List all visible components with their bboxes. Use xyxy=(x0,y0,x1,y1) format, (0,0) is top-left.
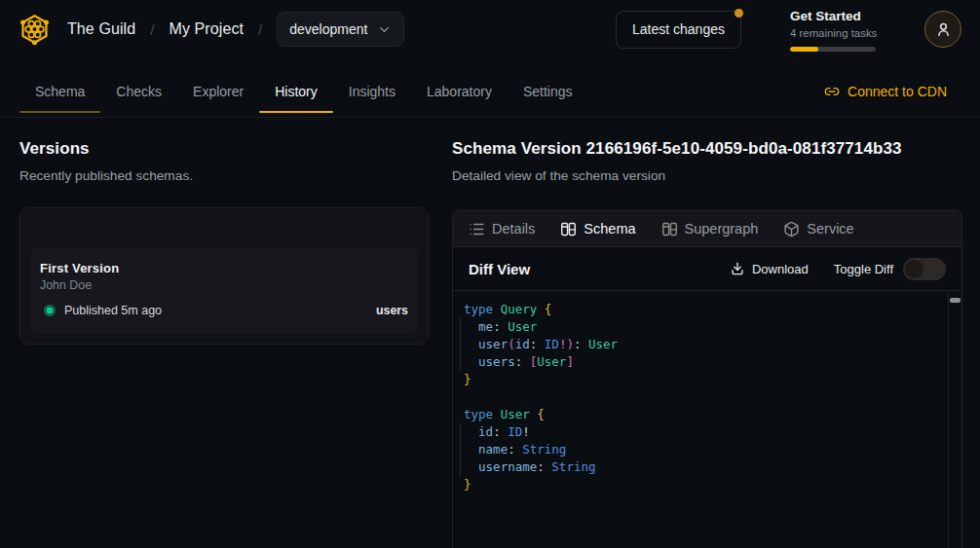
code-token-pl xyxy=(464,424,478,439)
nav-tab-underline xyxy=(333,111,411,113)
published-status-dot xyxy=(44,305,56,316)
code-token-fd: user xyxy=(478,337,508,351)
versions-section: Versions Recently published schemas. Fir… xyxy=(19,138,429,345)
get-started-progressbar xyxy=(790,47,876,52)
version-status-text: Published 5m ago xyxy=(64,304,162,317)
version-list-item[interactable]: First Version John Doe Published 5m ago … xyxy=(30,248,418,334)
versions-subtitle: Recently published schemas. xyxy=(19,167,429,185)
code-token-pl xyxy=(464,319,478,334)
get-started-title: Get Started xyxy=(790,8,876,24)
get-started-widget[interactable]: Get Started 4 remaining tasks xyxy=(790,8,876,52)
target-select-value: development xyxy=(289,21,367,37)
columns-icon xyxy=(560,221,577,237)
code-token-pl xyxy=(464,337,478,351)
code-line: type Query { xyxy=(464,301,942,318)
version-service-badge: users xyxy=(376,304,408,317)
nav-tab-underline xyxy=(19,111,100,113)
notification-dot xyxy=(735,9,743,18)
code-token-pa: ) xyxy=(566,337,574,351)
code-line: users: [User] xyxy=(464,353,942,371)
toggle-diff-switch[interactable] xyxy=(903,258,946,280)
code-token-pl xyxy=(581,337,588,351)
code-token-pu: : xyxy=(493,319,501,334)
target-select[interactable]: development xyxy=(277,12,404,47)
code-token-pl xyxy=(464,442,478,457)
user-menu-button[interactable] xyxy=(924,11,961,48)
connect-to-cdn-link[interactable]: Connect to CDN xyxy=(824,84,947,99)
code-token-tn: User xyxy=(537,354,566,369)
code-token-pu: ! xyxy=(522,424,530,439)
code-token-pa: ] xyxy=(566,354,574,369)
code-line: type User { xyxy=(464,406,942,423)
nav-tab-label: Schema xyxy=(35,84,85,99)
code-token-sc: ID xyxy=(508,424,522,439)
code-token-kw: type xyxy=(464,407,493,421)
indent-guide xyxy=(460,423,461,476)
main-content: Versions Recently published schemas. Fir… xyxy=(0,118,980,548)
code-token-pa: ( xyxy=(508,337,515,351)
detail-tab-label: Details xyxy=(492,221,535,237)
nav-tab-label: Insights xyxy=(349,84,396,99)
code-token-fd: username xyxy=(478,459,537,474)
detail-tab-details[interactable]: Details xyxy=(469,221,535,237)
breadcrumb-separator: / xyxy=(258,21,262,38)
nav-tab-label: Laboratory xyxy=(427,84,492,99)
box-icon xyxy=(783,221,800,237)
nav-tab-checks[interactable]: Checks xyxy=(100,70,177,113)
schema-code-viewer[interactable]: type Query { me: User user(id: ID!): Use… xyxy=(453,292,961,548)
project-name[interactable]: My Project xyxy=(169,20,244,38)
code-token-tn: User xyxy=(588,337,618,351)
main-nav: SchemaChecksExplorerHistoryInsightsLabor… xyxy=(0,58,980,118)
version-detail-title: Schema Version 2166196f-5e10-4059-bd0a-0… xyxy=(452,138,962,160)
link-icon xyxy=(824,84,840,99)
diff-header: Diff View Download Toggle Diff xyxy=(453,247,961,291)
nav-tab-history[interactable]: History xyxy=(259,70,333,113)
org-name[interactable]: The Guild xyxy=(67,20,135,38)
nav-tab-laboratory[interactable]: Laboratory xyxy=(411,70,508,113)
code-line: } xyxy=(464,476,942,493)
code-scrollbar-thumb[interactable] xyxy=(950,298,961,303)
nav-tab-explorer[interactable]: Explorer xyxy=(177,70,259,113)
toggle-knob xyxy=(905,260,923,278)
code-token-pl xyxy=(493,407,501,421)
toggle-diff-label: Toggle Diff xyxy=(834,262,893,276)
detail-tab-supergraph[interactable]: Supergraph xyxy=(661,221,759,237)
hive-logo-icon[interactable] xyxy=(18,13,52,47)
code-line: } xyxy=(464,371,942,388)
user-icon xyxy=(934,20,953,39)
code-token-pu: : xyxy=(537,459,545,474)
breadcrumb-separator: / xyxy=(150,21,154,38)
nav-tab-underline xyxy=(177,111,259,113)
nav-tab-insights[interactable]: Insights xyxy=(333,70,411,113)
version-status-row: Published 5m ago users xyxy=(40,303,408,318)
code-scrollbar[interactable] xyxy=(948,292,961,548)
nav-tab-underline xyxy=(508,111,588,113)
list-icon xyxy=(469,221,485,237)
code-token-fd: id xyxy=(478,424,493,439)
latest-changes-button[interactable]: Latest changes xyxy=(616,11,741,49)
detail-tab-schema[interactable]: Schema xyxy=(560,221,635,237)
connect-to-cdn-label: Connect to CDN xyxy=(848,84,947,99)
nav-tab-settings[interactable]: Settings xyxy=(508,70,588,113)
download-button[interactable]: Download xyxy=(730,261,809,276)
code-token-pl xyxy=(537,337,545,351)
detail-tab-service[interactable]: Service xyxy=(783,221,853,237)
columns-icon xyxy=(661,221,678,237)
code-token-tn: User xyxy=(508,319,537,334)
version-detail-panel: DetailsSchemaSupergraphService Diff View… xyxy=(452,210,962,548)
top-bar: The Guild / My Project / development Lat… xyxy=(0,0,980,58)
code-line xyxy=(464,388,942,406)
code-token-pl xyxy=(464,459,478,474)
nav-tab-label: History xyxy=(275,84,318,99)
code-token-sc: ID xyxy=(545,337,559,351)
schema-sdl-code: type Query { me: User user(id: ID!): Use… xyxy=(453,292,961,502)
nav-tab-label: Settings xyxy=(523,84,573,99)
chevron-down-icon xyxy=(377,22,392,37)
code-token-pl xyxy=(464,354,478,369)
nav-tab-schema[interactable]: Schema xyxy=(19,70,100,113)
code-token-sc: String xyxy=(522,442,566,457)
detail-tab-label: Schema xyxy=(584,221,635,237)
get-started-subtitle: 4 remaining tasks xyxy=(790,26,876,41)
version-detail-tabs: DetailsSchemaSupergraphService xyxy=(453,211,961,247)
nav-tab-underline xyxy=(100,111,177,113)
